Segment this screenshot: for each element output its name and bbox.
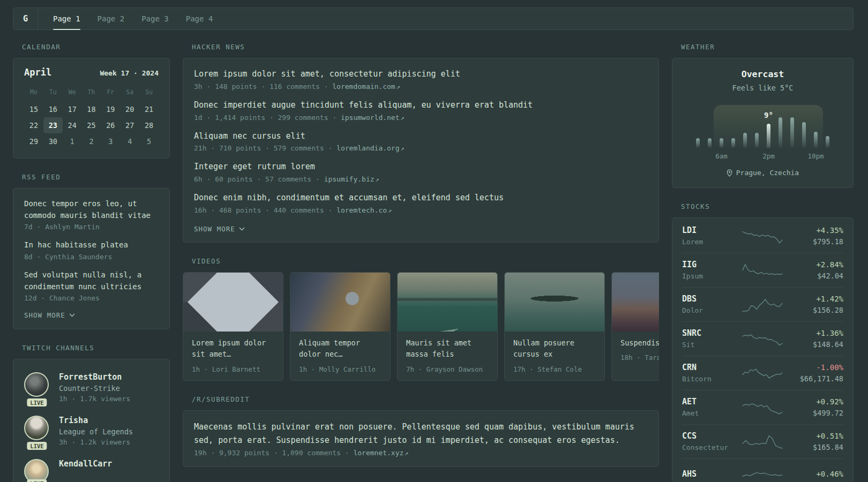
stock-row-ahs[interactable]: AHS +0.46%	[682, 458, 843, 482]
hn-item-meta: 1d · 1,414 points · 299 comments · ipsum…	[194, 114, 648, 122]
stock-price: $42.04	[786, 272, 843, 280]
rss-show-more-button[interactable]: SHOW MORE	[24, 311, 159, 319]
twitch-channel-forrestburton[interactable]: LIVE ForrestBurton Counter-Strike 1h · 1…	[24, 367, 159, 410]
stock-row-crn[interactable]: CRN Bitcorn -1.00% $66,171.48	[682, 356, 843, 390]
stock-price: $795.18	[786, 237, 843, 246]
video-meta: 1h · Molly Carrillo	[299, 365, 381, 373]
hn-meta-text: 1d · 1,414 points · 299 comments ·	[194, 114, 341, 122]
weather-current-temp: 9°	[764, 111, 773, 119]
video-card[interactable]: Mauris sit amet massa felis 7h · Grayson…	[397, 272, 498, 381]
rss-item-title[interactable]: Donec tempor eros leo, ut commodo mauris…	[24, 198, 159, 221]
stock-row-iig[interactable]: IIG Ipsum +2.84% $42.04	[682, 253, 843, 287]
hn-item: Lorem ipsum dolor sit amet, consectetur …	[194, 69, 648, 91]
tab-page-3[interactable]: Page 3	[133, 8, 177, 29]
calendar-weekday: Th	[82, 84, 101, 101]
subreddit-post-text[interactable]: Maecenas mollis pulvinar erat non posuer…	[194, 420, 648, 447]
video-thumbnail	[290, 273, 390, 332]
stock-ticker: AET	[682, 397, 742, 406]
chevron-down-icon	[239, 227, 245, 231]
video-card[interactable]: Aliquam tempor dolor nec pharetra… 1h · …	[290, 272, 391, 381]
subreddit-domain-link[interactable]: loremnet.xyz	[353, 449, 403, 457]
hn-show-more-button[interactable]: SHOW MORE	[194, 225, 648, 233]
tab-page-2[interactable]: Page 2	[89, 8, 133, 29]
rss-section-title: RSS FEED	[22, 173, 170, 181]
calendar-day-17: 17	[63, 101, 82, 117]
stock-id: DBS Dolor	[682, 294, 742, 314]
video-meta: 18h · Tara	[620, 353, 659, 362]
hn-domain-link[interactable]: loremdomain.com	[332, 82, 395, 91]
weather-feels-like: Feels like 5°C	[684, 84, 841, 92]
weather-location: Prague, Czechia	[736, 169, 799, 177]
rss-item: Sed volutpat nulla nisl, a condimentum n…	[24, 269, 159, 302]
hn-item: Donec enim nibh, condimentum et accumsan…	[194, 192, 648, 214]
hn-item: Donec imperdiet augue tincidunt felis al…	[194, 100, 648, 122]
tab-page-1[interactable]: Page 1	[44, 8, 89, 29]
stock-row-aet[interactable]: AET Amet +0.92% $499.72	[682, 390, 843, 424]
tab-page-4[interactable]: Page 4	[177, 8, 222, 29]
stock-ticker: CCS	[682, 431, 742, 441]
rss-item-title[interactable]: Sed volutpat nulla nisl, a condimentum n…	[24, 269, 159, 292]
hn-item-title[interactable]: Donec enim nibh, condimentum et accumsan…	[194, 192, 648, 204]
external-link-icon: ↗	[396, 83, 400, 91]
hn-item-title[interactable]: Integer eget rutrum lorem	[194, 161, 648, 173]
hn-item-title[interactable]: Aliquam nec cursus elit	[194, 131, 648, 142]
rss-item: In hac habitasse platea 8d · Cynthia Sau…	[24, 239, 159, 261]
stock-sparkline	[742, 397, 786, 417]
stock-row-dbs[interactable]: DBS Dolor +1.42% $156.28	[682, 287, 843, 321]
app-logo[interactable]: G	[13, 8, 38, 29]
live-badge: LIVE	[27, 442, 47, 450]
middle-column: HACKER NEWS Lorem ipsum dolor sit amet, …	[183, 43, 659, 482]
weather-bar	[814, 132, 818, 148]
weather-time-label: 2pm	[762, 152, 775, 160]
stock-name: Dolor	[682, 306, 742, 314]
stock-change: -1.00%	[786, 363, 843, 372]
calendar-day-22: 22	[24, 117, 43, 133]
subreddit-card: Maecenas mollis pulvinar erat non posuer…	[183, 410, 659, 468]
stock-sparkline	[742, 295, 786, 314]
video-card[interactable]: Suspendisse diam 18h · Tara	[611, 272, 659, 381]
calendar-section: CALENDAR April Week 17 · 2024 MoTuWeThFr…	[13, 43, 170, 159]
rss-card: Donec tempor eros leo, ut commodo mauris…	[13, 188, 170, 329]
video-card[interactable]: Lorem ipsum dolor sit amet consectetu… 1…	[183, 272, 283, 381]
hn-item-title[interactable]: Donec imperdiet augue tincidunt felis al…	[194, 100, 648, 111]
weather-chart: 9°	[684, 114, 841, 148]
video-body: Nullam posuere cursus ex 17h · Stefan Co…	[505, 332, 604, 380]
stock-ticker: IIG	[682, 260, 742, 269]
video-card[interactable]: Nullam posuere cursus ex 17h · Stefan Co…	[504, 272, 605, 381]
hn-domain-link[interactable]: ipsumworld.net	[341, 114, 400, 122]
stock-price: $156.28	[786, 306, 843, 314]
avatar-wrap: LIVE	[24, 416, 50, 446]
rss-item-meta: 8d · Cynthia Saunders	[24, 253, 159, 261]
stock-sparkline	[742, 226, 786, 245]
twitch-channel-trisha[interactable]: LIVE Trisha League of Legends 3h · 1.2k …	[24, 410, 159, 454]
stock-row-snrc[interactable]: SNRC Sit +1.36% $148.64	[682, 321, 843, 356]
stock-change: +2.84%	[786, 260, 843, 269]
stocks-card: LDI Lorem +4.35% $795.18 IIG Ipsum	[672, 217, 854, 482]
stock-sparkline	[742, 260, 786, 280]
hn-item-title[interactable]: Lorem ipsum dolor sit amet, consectetur …	[194, 69, 648, 80]
channel-info: ForrestBurton Counter-Strike 1h · 1.7k v…	[59, 372, 130, 403]
rss-item-title[interactable]: In hac habitasse platea	[24, 239, 159, 251]
weather-bar	[720, 138, 723, 148]
content-grid: CALENDAR April Week 17 · 2024 MoTuWeThFr…	[13, 43, 854, 482]
stock-sparkline	[742, 363, 786, 382]
stock-name: Amet	[682, 409, 742, 417]
weather-bar	[743, 133, 747, 148]
calendar-day-1: 1	[63, 133, 82, 149]
hn-domain-link[interactable]: loremlandia.org	[336, 144, 399, 152]
video-title: Nullam posuere cursus ex	[513, 337, 596, 360]
stock-id: CRN Bitcorn	[682, 363, 742, 383]
twitch-channel-kendallcarr[interactable]: LIVE KendallCarr	[24, 454, 159, 482]
calendar-day-20: 20	[120, 101, 139, 117]
hn-domain-link[interactable]: ipsumify.biz	[324, 175, 375, 183]
hn-item-meta: 3h · 148 points · 116 comments · loremdo…	[194, 82, 648, 91]
hn-domain-link[interactable]: loremtech.co	[336, 206, 387, 214]
stock-ticker: LDI	[682, 225, 742, 235]
stock-name: Bitcorn	[682, 375, 742, 383]
weather-bar	[708, 138, 712, 148]
calendar-day-15: 15	[24, 101, 43, 117]
channel-name: Trisha	[59, 416, 133, 425]
show-more-label: SHOW MORE	[24, 311, 65, 319]
stock-row-ccs[interactable]: CCS Consectetur +0.51% $165.84	[682, 424, 843, 458]
stock-row-ldi[interactable]: LDI Lorem +4.35% $795.18	[682, 219, 843, 253]
